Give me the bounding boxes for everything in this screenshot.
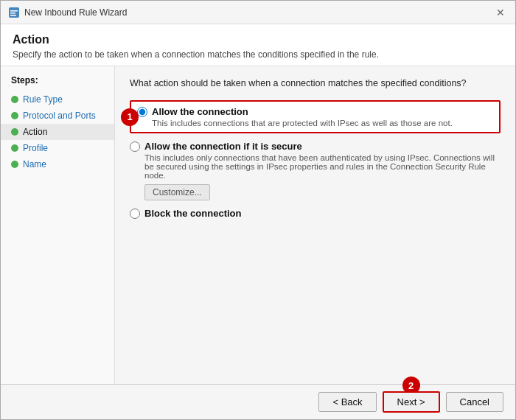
step-dot-rule-type [11, 96, 18, 103]
window: New Inbound Rule Wizard ✕ Action Specify… [0, 0, 516, 420]
sidebar-label-action: Action [23, 127, 47, 137]
next-button[interactable]: Next > [383, 391, 440, 413]
svg-rect-1 [10, 10, 18, 12]
cancel-button[interactable]: Cancel [446, 392, 503, 412]
customize-button[interactable]: Customize... [144, 184, 210, 200]
step-dot-name [11, 161, 18, 168]
sidebar-item-rule-type[interactable]: Rule Type [1, 91, 114, 108]
question-text: What action should be taken when a conne… [130, 78, 501, 88]
radio-group: 1 Allow the connection This includes con… [130, 100, 501, 219]
radio-allow-desc: This includes connections that are prote… [152, 119, 493, 127]
footer: < Back 2 Next > Cancel [1, 384, 515, 419]
main-content: What action should be taken when a conne… [115, 66, 515, 384]
sidebar-item-protocol-ports[interactable]: Protocol and Ports [1, 108, 114, 124]
content-area: Steps: Rule Type Protocol and Ports Acti… [1, 66, 515, 384]
option-block: Block the connection [130, 208, 501, 219]
close-button[interactable]: ✕ [493, 7, 508, 18]
radio-allow-secure-label: Allow the connection if it is secure [144, 141, 302, 152]
step-dot-protocol-ports [11, 112, 18, 119]
page-description: Specify the action to be taken when a co… [13, 49, 503, 60]
window-icon [8, 7, 20, 18]
radio-allow-secure[interactable] [130, 141, 140, 152]
option-allow-wrapper: 1 Allow the connection This includes con… [130, 100, 501, 133]
titlebar: New Inbound Rule Wizard ✕ [1, 1, 515, 24]
sidebar-item-name[interactable]: Name [1, 156, 114, 172]
sidebar-item-action[interactable]: Action [1, 124, 114, 140]
sidebar-item-profile[interactable]: Profile [1, 140, 114, 156]
sidebar-label-name: Name [23, 159, 46, 169]
radio-block-label: Block the connection [144, 208, 241, 219]
sidebar: Steps: Rule Type Protocol and Ports Acti… [1, 66, 115, 384]
sidebar-label-rule-type: Rule Type [23, 94, 63, 105]
step-dot-profile [11, 144, 18, 152]
svg-rect-2 [10, 13, 15, 14]
radio-allow-label: Allow the connection [152, 106, 248, 117]
steps-label: Steps: [1, 75, 114, 91]
annotation-step1: 1 [121, 108, 139, 126]
option-allow-secure: Allow the connection if it is secure Thi… [130, 141, 501, 200]
page-title: Action [13, 33, 503, 46]
radio-block[interactable] [130, 209, 140, 219]
radio-allow[interactable] [137, 107, 147, 117]
back-button[interactable]: < Back [318, 392, 376, 412]
page-header: Action Specify the action to be taken wh… [1, 24, 515, 66]
titlebar-title: New Inbound Rule Wizard [24, 7, 127, 18]
titlebar-left: New Inbound Rule Wizard [8, 7, 127, 18]
sidebar-label-protocol-ports: Protocol and Ports [23, 111, 96, 121]
svg-rect-3 [10, 15, 16, 16]
step-dot-action [11, 128, 18, 136]
option-allow: Allow the connection This includes conne… [130, 100, 501, 133]
radio-allow-secure-desc: This includes only connections that have… [144, 153, 501, 180]
next-button-wrapper: 2 Next > [383, 391, 440, 413]
sidebar-label-profile: Profile [23, 143, 48, 153]
